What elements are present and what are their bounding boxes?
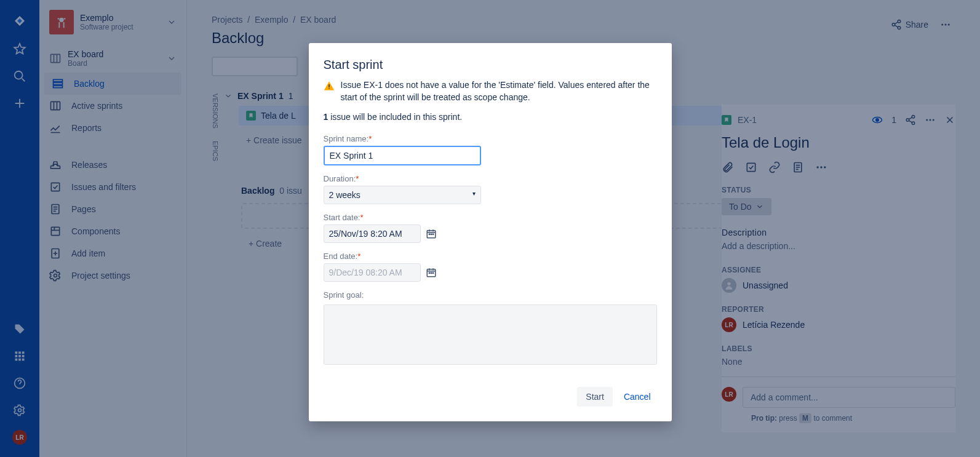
svg-point-49 — [432, 234, 434, 235]
sprint-name-label: Sprint name:* — [324, 134, 657, 143]
svg-point-48 — [431, 234, 432, 235]
sprint-goal-textarea[interactable] — [324, 304, 657, 365]
include-count-text: issue will be included in this sprint. — [328, 112, 462, 122]
modal-footer: Start Cancel — [309, 377, 672, 421]
end-date-label: End date:* — [324, 252, 657, 261]
cancel-button[interactable]: Cancel — [618, 387, 657, 407]
end-date-input — [324, 263, 421, 282]
duration-select[interactable]: 2 weeks — [324, 186, 481, 204]
calendar-icon[interactable] — [426, 267, 437, 278]
warning-icon — [324, 81, 335, 92]
sprint-name-input[interactable] — [324, 146, 481, 165]
sprint-include-count: 1 issue will be included in this sprint. — [324, 112, 657, 122]
modal-title: Start sprint — [324, 58, 657, 72]
svg-point-47 — [429, 234, 430, 235]
start-date-label: Start date:* — [324, 213, 657, 222]
modal-body: Issue EX-1 does not have a value for the… — [309, 79, 672, 377]
start-button[interactable]: Start — [577, 387, 613, 407]
calendar-icon[interactable] — [426, 228, 437, 239]
warning-text: Issue EX-1 does not have a value for the… — [341, 79, 657, 103]
sprint-goal-label: Sprint goal: — [324, 290, 657, 300]
start-sprint-modal: Start sprint Issue EX-1 does not have a … — [309, 43, 672, 421]
start-date-input[interactable] — [324, 225, 421, 243]
modal-overlay[interactable]: Start sprint Issue EX-1 does not have a … — [0, 0, 980, 457]
warning-message: Issue EX-1 does not have a value for the… — [324, 79, 657, 103]
svg-point-53 — [432, 272, 434, 274]
svg-point-51 — [429, 272, 430, 274]
svg-point-52 — [431, 272, 432, 274]
duration-label: Duration:* — [324, 174, 657, 183]
